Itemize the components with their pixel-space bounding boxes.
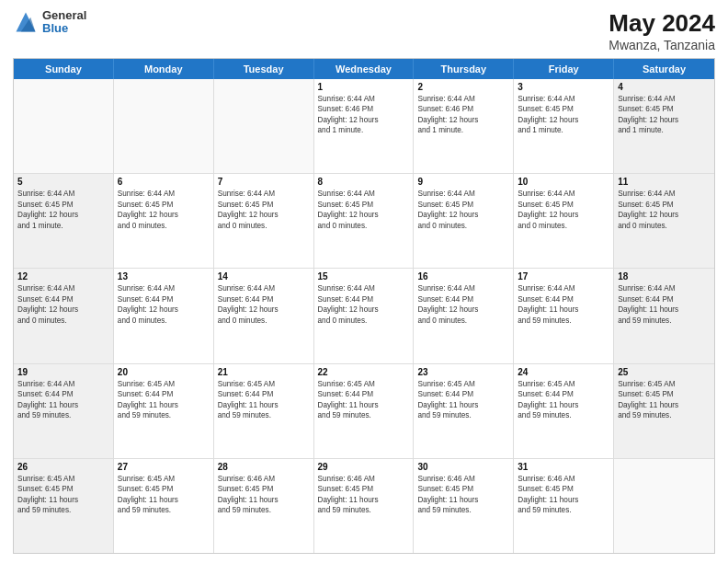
day-number: 15 <box>318 271 410 282</box>
day-cell-21: 21Sunrise: 6:45 AMSunset: 6:44 PMDayligh… <box>214 364 314 458</box>
day-number: 1 <box>318 82 410 92</box>
day-info: Sunrise: 6:44 AMSunset: 6:44 PMDaylight:… <box>417 283 509 326</box>
header-day-friday: Friday <box>514 59 614 79</box>
logo-text: General Blue <box>42 9 86 36</box>
day-cell-17: 17Sunrise: 6:44 AMSunset: 6:44 PMDayligh… <box>514 269 614 362</box>
day-number: 20 <box>118 367 210 377</box>
day-info: Sunrise: 6:44 AMSunset: 6:45 PMDaylight:… <box>318 189 410 231</box>
day-info: Sunrise: 6:44 AMSunset: 6:44 PMDaylight:… <box>618 283 711 326</box>
day-cell-13: 13Sunrise: 6:44 AMSunset: 6:44 PMDayligh… <box>114 269 214 362</box>
header-day-monday: Monday <box>114 59 214 79</box>
day-info: Sunrise: 6:46 AMSunset: 6:45 PMDaylight:… <box>518 474 609 516</box>
day-cell-19: 19Sunrise: 6:44 AMSunset: 6:44 PMDayligh… <box>14 364 114 458</box>
day-info: Sunrise: 6:45 AMSunset: 6:44 PMDaylight:… <box>518 379 609 421</box>
header-day-thursday: Thursday <box>414 59 514 79</box>
day-info: Sunrise: 6:44 AMSunset: 6:45 PMDaylight:… <box>618 94 711 136</box>
header-day-saturday: Saturday <box>614 59 714 79</box>
day-info: Sunrise: 6:46 AMSunset: 6:45 PMDaylight:… <box>417 474 509 516</box>
day-cell-3: 3Sunrise: 6:44 AMSunset: 6:45 PMDaylight… <box>514 79 614 173</box>
day-info: Sunrise: 6:44 AMSunset: 6:45 PMDaylight:… <box>618 189 711 231</box>
day-cell-1: 1Sunrise: 6:44 AMSunset: 6:46 PMDaylight… <box>314 79 415 173</box>
day-number: 10 <box>518 177 609 187</box>
day-info: Sunrise: 6:44 AMSunset: 6:44 PMDaylight:… <box>118 283 210 326</box>
day-number: 16 <box>417 271 509 282</box>
day-cell-20: 20Sunrise: 6:45 AMSunset: 6:44 PMDayligh… <box>114 364 214 458</box>
day-info: Sunrise: 6:44 AMSunset: 6:45 PMDaylight:… <box>518 94 609 136</box>
day-info: Sunrise: 6:44 AMSunset: 6:45 PMDaylight:… <box>518 189 609 231</box>
day-cell-6: 6Sunrise: 6:44 AMSunset: 6:45 PMDaylight… <box>114 174 214 268</box>
day-number: 24 <box>518 367 609 377</box>
day-number: 19 <box>17 367 109 377</box>
day-cell-4: 4Sunrise: 6:44 AMSunset: 6:45 PMDaylight… <box>614 79 714 173</box>
day-info: Sunrise: 6:44 AMSunset: 6:44 PMDaylight:… <box>518 283 609 326</box>
day-number: 22 <box>318 367 410 377</box>
day-number: 26 <box>17 462 109 472</box>
calendar-header: SundayMondayTuesdayWednesdayThursdayFrid… <box>14 59 714 79</box>
day-cell-24: 24Sunrise: 6:45 AMSunset: 6:44 PMDayligh… <box>514 364 614 458</box>
empty-cell <box>214 79 314 173</box>
logo-blue: Blue <box>42 22 86 35</box>
week-row-1: 1Sunrise: 6:44 AMSunset: 6:46 PMDaylight… <box>14 79 714 174</box>
header: General Blue May 2024 Mwanza, Tanzania <box>13 9 715 52</box>
day-cell-12: 12Sunrise: 6:44 AMSunset: 6:44 PMDayligh… <box>14 269 114 362</box>
day-info: Sunrise: 6:44 AMSunset: 6:46 PMDaylight:… <box>318 94 410 136</box>
day-info: Sunrise: 6:44 AMSunset: 6:44 PMDaylight:… <box>218 283 310 326</box>
day-info: Sunrise: 6:45 AMSunset: 6:45 PMDaylight:… <box>618 379 711 421</box>
day-cell-30: 30Sunrise: 6:46 AMSunset: 6:45 PMDayligh… <box>414 459 514 553</box>
day-cell-31: 31Sunrise: 6:46 AMSunset: 6:45 PMDayligh… <box>514 459 614 553</box>
title-block: May 2024 Mwanza, Tanzania <box>609 9 715 52</box>
day-cell-14: 14Sunrise: 6:44 AMSunset: 6:44 PMDayligh… <box>214 269 314 362</box>
day-info: Sunrise: 6:45 AMSunset: 6:45 PMDaylight:… <box>118 474 210 516</box>
day-info: Sunrise: 6:44 AMSunset: 6:44 PMDaylight:… <box>318 283 410 326</box>
day-cell-18: 18Sunrise: 6:44 AMSunset: 6:44 PMDayligh… <box>614 269 714 362</box>
week-row-3: 12Sunrise: 6:44 AMSunset: 6:44 PMDayligh… <box>14 269 714 363</box>
day-number: 4 <box>618 82 711 92</box>
location-subtitle: Mwanza, Tanzania <box>609 38 715 52</box>
logo-general: General <box>42 9 86 22</box>
day-cell-5: 5Sunrise: 6:44 AMSunset: 6:45 PMDaylight… <box>14 174 114 268</box>
day-number: 31 <box>518 462 609 472</box>
day-cell-27: 27Sunrise: 6:45 AMSunset: 6:45 PMDayligh… <box>114 459 214 553</box>
day-number: 23 <box>417 367 509 377</box>
day-number: 7 <box>218 177 310 187</box>
day-info: Sunrise: 6:45 AMSunset: 6:45 PMDaylight:… <box>17 474 109 516</box>
day-cell-11: 11Sunrise: 6:44 AMSunset: 6:45 PMDayligh… <box>614 174 714 268</box>
week-row-2: 5Sunrise: 6:44 AMSunset: 6:45 PMDaylight… <box>14 174 714 269</box>
day-number: 2 <box>417 82 509 92</box>
day-cell-9: 9Sunrise: 6:44 AMSunset: 6:45 PMDaylight… <box>414 174 514 268</box>
calendar: SundayMondayTuesdayWednesdayThursdayFrid… <box>13 58 715 554</box>
empty-cell <box>14 79 114 173</box>
day-info: Sunrise: 6:46 AMSunset: 6:45 PMDaylight:… <box>218 474 310 516</box>
day-number: 13 <box>118 271 210 282</box>
day-info: Sunrise: 6:46 AMSunset: 6:45 PMDaylight:… <box>318 474 410 516</box>
day-number: 30 <box>417 462 509 472</box>
day-number: 21 <box>218 367 310 377</box>
day-number: 3 <box>518 82 609 92</box>
day-cell-22: 22Sunrise: 6:45 AMSunset: 6:44 PMDayligh… <box>314 364 415 458</box>
day-number: 8 <box>318 177 410 187</box>
day-info: Sunrise: 6:45 AMSunset: 6:44 PMDaylight:… <box>318 379 410 421</box>
day-info: Sunrise: 6:44 AMSunset: 6:46 PMDaylight:… <box>417 94 509 136</box>
day-cell-25: 25Sunrise: 6:45 AMSunset: 6:45 PMDayligh… <box>614 364 714 458</box>
day-info: Sunrise: 6:44 AMSunset: 6:45 PMDaylight:… <box>118 189 210 231</box>
calendar-body: 1Sunrise: 6:44 AMSunset: 6:46 PMDaylight… <box>14 79 714 553</box>
header-day-tuesday: Tuesday <box>214 59 314 79</box>
day-number: 6 <box>118 177 210 187</box>
day-number: 29 <box>318 462 410 472</box>
day-number: 5 <box>17 177 109 187</box>
day-number: 25 <box>618 367 711 377</box>
day-info: Sunrise: 6:45 AMSunset: 6:44 PMDaylight:… <box>118 379 210 421</box>
day-info: Sunrise: 6:44 AMSunset: 6:44 PMDaylight:… <box>17 283 109 326</box>
week-row-4: 19Sunrise: 6:44 AMSunset: 6:44 PMDayligh… <box>14 364 714 459</box>
day-number: 18 <box>618 271 711 282</box>
logo-icon <box>13 9 39 35</box>
day-number: 9 <box>417 177 509 187</box>
header-day-wednesday: Wednesday <box>314 59 415 79</box>
day-cell-15: 15Sunrise: 6:44 AMSunset: 6:44 PMDayligh… <box>314 269 415 362</box>
day-number: 14 <box>218 271 310 282</box>
day-info: Sunrise: 6:45 AMSunset: 6:44 PMDaylight:… <box>417 379 509 421</box>
day-cell-2: 2Sunrise: 6:44 AMSunset: 6:46 PMDaylight… <box>414 79 514 173</box>
week-row-5: 26Sunrise: 6:45 AMSunset: 6:45 PMDayligh… <box>14 459 714 553</box>
day-cell-7: 7Sunrise: 6:44 AMSunset: 6:45 PMDaylight… <box>214 174 314 268</box>
page: General Blue May 2024 Mwanza, Tanzania S… <box>0 0 728 563</box>
